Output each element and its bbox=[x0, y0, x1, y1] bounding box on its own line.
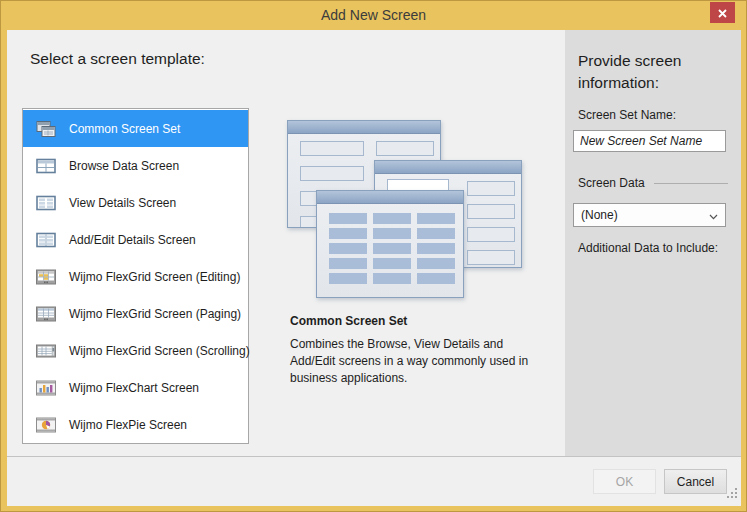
template-item-label: View Details Screen bbox=[69, 196, 176, 210]
template-item-browse-data-screen[interactable]: Browse Data Screen bbox=[23, 147, 248, 184]
template-item-label: Common Screen Set bbox=[69, 122, 180, 136]
resize-grip[interactable] bbox=[727, 485, 738, 503]
select-template-heading: Select a screen template: bbox=[30, 50, 205, 68]
ok-button[interactable]: OK bbox=[593, 469, 656, 494]
screen-information-panel: Provide screen information: Screen Set N… bbox=[565, 30, 741, 456]
template-item-flexgrid-scrolling[interactable]: Wijmo FlexGrid Screen (Scrolling) bbox=[23, 332, 248, 369]
dialog-titlebar[interactable]: Add New Screen bbox=[0, 0, 747, 30]
template-item-flexpie[interactable]: Wijmo FlexPie Screen bbox=[23, 406, 248, 443]
flexgrid-paging-icon bbox=[36, 306, 56, 322]
close-button[interactable] bbox=[710, 2, 735, 23]
flexgrid-scrolling-icon bbox=[36, 343, 56, 359]
group-divider-line bbox=[654, 183, 728, 184]
screen-set-name-label: Screen Set Name: bbox=[578, 108, 676, 122]
dialog-body: Select a screen template: Common Screen … bbox=[7, 30, 741, 505]
screen-set-name-input[interactable] bbox=[573, 130, 726, 152]
template-item-common-screen-set[interactable]: Common Screen Set bbox=[23, 110, 248, 147]
template-item-label: Browse Data Screen bbox=[69, 159, 179, 173]
template-item-label: Wijmo FlexPie Screen bbox=[69, 418, 187, 432]
flexchart-icon bbox=[36, 380, 56, 396]
screen-data-group: Screen Data bbox=[578, 176, 728, 190]
template-item-view-details-screen[interactable]: View Details Screen bbox=[23, 184, 248, 221]
template-item-label: Add/Edit Details Screen bbox=[69, 233, 196, 247]
template-item-label: Wijmo FlexGrid Screen (Scrolling) bbox=[69, 344, 250, 358]
preview-window-titlebar bbox=[317, 191, 463, 204]
template-list[interactable]: Common Screen Set Browse Data Screen bbox=[22, 108, 249, 444]
chevron-down-icon bbox=[709, 206, 718, 224]
screen-data-selected-value: (None) bbox=[581, 208, 709, 222]
common-screen-set-icon bbox=[36, 121, 56, 137]
dialog-title: Add New Screen bbox=[0, 0, 747, 30]
provide-screen-information-heading: Provide screen information: bbox=[578, 50, 728, 94]
template-item-label: Wijmo FlexGrid Screen (Editing) bbox=[69, 270, 240, 284]
template-item-flexgrid-editing[interactable]: Wijmo FlexGrid Screen (Editing) bbox=[23, 258, 248, 295]
view-details-screen-icon bbox=[36, 195, 56, 211]
preview-window-front bbox=[316, 190, 464, 298]
flexgrid-editing-icon bbox=[36, 269, 56, 285]
template-item-add-edit-details-screen[interactable]: Add/Edit Details Screen bbox=[23, 221, 248, 258]
template-preview-image bbox=[280, 118, 528, 306]
preview-window-titlebar bbox=[288, 121, 440, 134]
preview-template-description: Combines the Browse, View Details and Ad… bbox=[290, 336, 546, 387]
browse-data-screen-icon bbox=[36, 158, 56, 174]
template-item-flexchart[interactable]: Wijmo FlexChart Screen bbox=[23, 369, 248, 406]
template-item-label: Wijmo FlexChart Screen bbox=[69, 381, 199, 395]
template-item-label: Wijmo FlexGrid Screen (Paging) bbox=[69, 307, 241, 321]
add-new-screen-dialog: Add New Screen Select a screen template: bbox=[0, 0, 747, 512]
preview-window-titlebar bbox=[375, 161, 521, 174]
preview-template-title: Common Screen Set bbox=[290, 314, 407, 328]
close-icon bbox=[718, 4, 727, 22]
template-item-flexgrid-paging[interactable]: Wijmo FlexGrid Screen (Paging) bbox=[23, 295, 248, 332]
screen-data-label: Screen Data bbox=[578, 176, 645, 190]
flexpie-icon bbox=[36, 417, 56, 433]
dialog-footer: OK Cancel bbox=[7, 456, 741, 506]
screen-data-dropdown[interactable]: (None) bbox=[573, 203, 726, 227]
add-edit-details-screen-icon bbox=[36, 232, 56, 248]
cancel-button[interactable]: Cancel bbox=[664, 469, 727, 494]
additional-data-label: Additional Data to Include: bbox=[578, 241, 718, 255]
